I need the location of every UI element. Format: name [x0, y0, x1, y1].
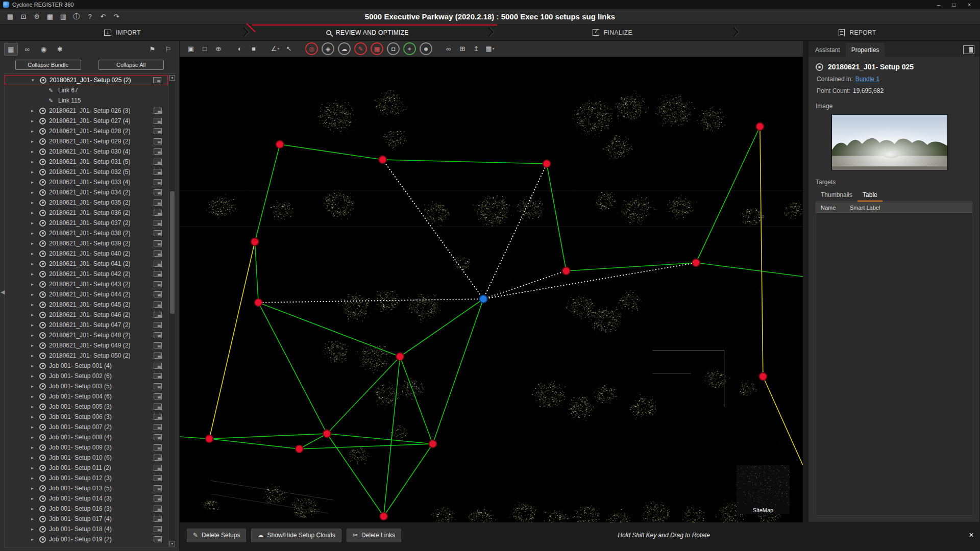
tree-link-row[interactable]: ✎Link 67	[5, 85, 168, 95]
tree-row[interactable]: ▸20180621_J01- Setup 031 (5)	[5, 157, 168, 167]
setup-thumbnail-icon[interactable]	[154, 138, 162, 144]
setup-thumbnail-icon[interactable]	[154, 516, 162, 522]
registered-link-line[interactable]	[400, 299, 483, 357]
setup-thumbnail-icon[interactable]	[154, 312, 162, 318]
tree-row[interactable]: ▸20180621_J01- Setup 050 (2)	[5, 350, 168, 361]
tree-expander-icon[interactable]: ▸	[31, 322, 38, 328]
registered-link-line[interactable]	[384, 444, 433, 516]
setup-thumbnail-icon[interactable]	[154, 444, 162, 450]
setup-thumbnail-icon[interactable]	[154, 128, 162, 134]
add-target-icon[interactable]: ◎	[309, 45, 314, 53]
setup-thumbnail-icon[interactable]	[154, 261, 162, 267]
tree-row[interactable]: ▾20180621_J01- Setup 025 (2)	[5, 75, 168, 85]
links-tab[interactable]: ∞	[20, 43, 34, 56]
suggested-link-line[interactable]	[483, 263, 696, 299]
setup-thumbnail-icon[interactable]	[154, 210, 162, 216]
tree-row[interactable]: ▸20180621_J01- Setup 040 (2)	[5, 248, 168, 259]
setup-thumbnail-icon[interactable]	[154, 230, 162, 236]
tree-row[interactable]: ▸20180621_J01- Setup 044 (2)	[5, 289, 168, 299]
bundle-link[interactable]: Bundle 1	[855, 76, 879, 83]
tree-row[interactable]: ▸Job 001- Setup 012 (3)	[5, 473, 168, 483]
setup-node[interactable]	[251, 238, 259, 246]
tree-expander-icon[interactable]: ▸	[31, 353, 38, 358]
targets-table-body[interactable]	[816, 213, 972, 516]
tree-expander-icon[interactable]: ▸	[31, 394, 38, 399]
workflow-step-report[interactable]: REPORT	[735, 24, 980, 40]
tree-expander-icon[interactable]: ▸	[31, 149, 38, 154]
print-report-icon[interactable]: ▥	[57, 11, 69, 23]
registered-link-line[interactable]	[547, 164, 566, 271]
registered-link-line[interactable]	[180, 437, 209, 439]
setup-thumbnail-icon[interactable]	[154, 424, 162, 430]
tree-expander-icon[interactable]: ▸	[31, 169, 38, 174]
workflow-step-import[interactable]: IMPORT	[0, 24, 245, 40]
tree-expander-icon[interactable]: ▸	[31, 465, 38, 470]
tree-row[interactable]: ▸20180621_J01- Setup 030 (4)	[5, 146, 168, 157]
storage-icon[interactable]: ▦	[44, 11, 56, 23]
setup-thumbnail-icon[interactable]	[154, 404, 162, 410]
scrollbar-thumb[interactable]	[170, 191, 175, 314]
registered-link-line[interactable]	[255, 242, 258, 303]
tags-tab[interactable]: ✱	[53, 43, 67, 56]
setup-node[interactable]	[379, 156, 386, 164]
setup-node[interactable]	[276, 141, 284, 148]
tree-row[interactable]: ▸Job 001- Setup 004 (6)	[5, 391, 168, 402]
tree-expander-icon[interactable]: ▸	[31, 496, 38, 501]
tree-expander-icon[interactable]: ▸	[31, 139, 38, 144]
camera-icon[interactable]: ◘	[391, 45, 395, 53]
tree-row[interactable]: ▸Job 001- Setup 017 (4)	[5, 514, 168, 524]
delete-links-button[interactable]: ✂Delete Links	[347, 529, 401, 542]
setup-thumbnail-icon[interactable]	[154, 291, 162, 297]
setup-thumbnail-icon[interactable]	[154, 434, 162, 440]
new-project-icon[interactable]: ▤	[4, 11, 16, 23]
suggested-link-line[interactable]	[383, 160, 483, 299]
draw-link-icon[interactable]: ✎	[358, 45, 363, 53]
tree-expander-icon[interactable]: ▸	[31, 118, 38, 123]
setup-panorama-image[interactable]	[831, 114, 948, 170]
registered-link-line[interactable]	[383, 160, 547, 164]
measure-tool-icon[interactable]: ∠▾	[269, 43, 281, 55]
setup-thumbnail-icon[interactable]	[154, 414, 162, 420]
user-view-icon[interactable]: ☻	[423, 45, 429, 53]
tree-row[interactable]: ▸Job 001- Setup 007 (2)	[5, 422, 168, 432]
zoom-window-icon[interactable]: ⊕	[212, 43, 225, 55]
workflow-step-finalize[interactable]: FINALIZE	[490, 24, 735, 40]
tree-row[interactable]: ▸20180621_J01- Setup 032 (5)	[5, 167, 168, 177]
setup-thumbnail-icon[interactable]	[154, 148, 162, 155]
tree-row[interactable]: ▸20180621_J01- Setup 047 (2)	[5, 320, 168, 330]
tab-table[interactable]: Table	[857, 189, 883, 202]
tree-expander-icon[interactable]: ▸	[31, 537, 38, 542]
setup-node[interactable]	[756, 123, 764, 131]
save-project-icon[interactable]: ⊡	[17, 11, 30, 23]
tree-row[interactable]: ▸20180621_J01- Setup 048 (2)	[5, 330, 168, 340]
tree-link-row[interactable]: ✎Link 115	[5, 95, 168, 106]
tree-row[interactable]: ▸20180621_J01- Setup 028 (2)	[5, 126, 168, 136]
setup-node[interactable]	[380, 513, 387, 520]
add-image-icon[interactable]: ▦	[374, 45, 380, 53]
undo-icon[interactable]: ↶	[97, 11, 109, 23]
registered-link-line[interactable]	[760, 127, 763, 377]
tree-expander-icon[interactable]: ▸	[31, 108, 38, 113]
tree-expander-icon[interactable]: ▸	[31, 527, 38, 532]
tree-expander-icon[interactable]: ▸	[31, 404, 38, 409]
tree-row[interactable]: ▸Job 001- Setup 016 (3)	[5, 504, 168, 514]
tree-expander-icon[interactable]: ▾	[32, 78, 39, 83]
setup-thumbnail-icon[interactable]	[154, 526, 162, 532]
tree-row[interactable]: ▸Job 001- Setup 019 (2)	[5, 534, 168, 544]
tree-row[interactable]: ▸20180621_J01- Setup 036 (2)	[5, 208, 168, 218]
tree-row[interactable]: ▸Job 001- Setup 013 (5)	[5, 483, 168, 493]
tree-row[interactable]: ▸Job 001- Setup 001 (4)	[5, 361, 168, 371]
export-view-icon[interactable]: ↥	[470, 43, 482, 55]
setup-thumbnail-icon[interactable]	[154, 322, 162, 328]
setup-thumbnail-icon[interactable]	[154, 199, 162, 206]
setup-node[interactable]	[543, 160, 551, 168]
registered-link-line[interactable]	[566, 263, 696, 271]
tree-expander-icon[interactable]: ▸	[31, 373, 38, 379]
setup-thumbnail-icon[interactable]	[154, 373, 162, 379]
minimize-button[interactable]: –	[931, 0, 946, 9]
setup-thumbnail-icon[interactable]	[154, 393, 162, 399]
tree-expander-icon[interactable]: ▸	[31, 486, 38, 491]
tree-row[interactable]: ▸Job 001- Setup 002 (6)	[5, 371, 168, 381]
tree-expander-icon[interactable]: ▸	[31, 210, 38, 215]
tree-row[interactable]: ▸20180621_J01- Setup 029 (2)	[5, 136, 168, 146]
